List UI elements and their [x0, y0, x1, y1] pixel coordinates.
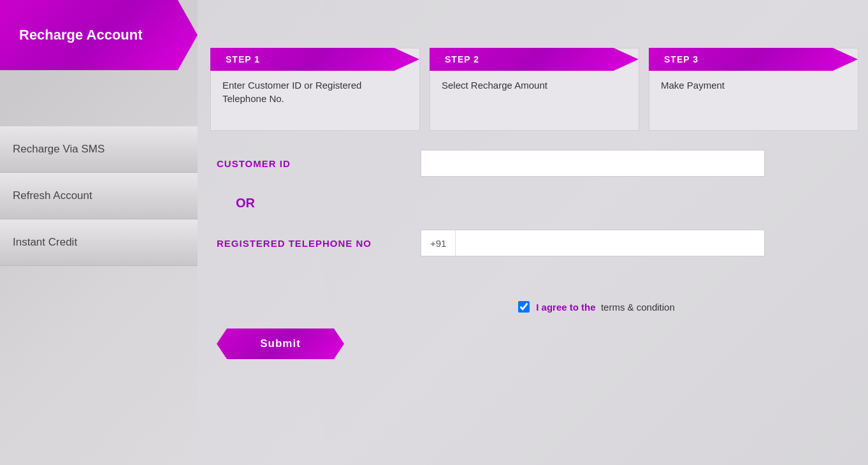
step2-badge: STEP 2: [430, 48, 639, 71]
phone-input-wrapper: +91: [421, 230, 765, 256]
main-content: STEP 1 Enter Customer ID or Registered T…: [198, 0, 868, 465]
terms-checkbox[interactable]: [518, 301, 530, 313]
customer-id-row: CUSTOMER ID: [217, 150, 855, 177]
phone-label: REGISTERED TELEPHONE NO: [217, 238, 421, 249]
step1-badge: STEP 1: [210, 48, 419, 71]
form-section: CUSTOMER ID OR REGISTERED TELEPHONE NO +…: [198, 131, 868, 288]
sidebar-nav: Recharge Via SMS Refresh Account Instant…: [0, 126, 198, 266]
terms-label: I agree to the terms & condition: [536, 302, 675, 313]
submit-button[interactable]: Submit: [217, 328, 344, 359]
submit-area: Submit: [198, 328, 868, 359]
sidebar-item-refresh-account[interactable]: Refresh Account: [0, 173, 198, 219]
phone-row: REGISTERED TELEPHONE NO +91: [217, 230, 855, 256]
step3-badge: STEP 3: [649, 48, 858, 71]
step3-card: STEP 3 Make Payment: [649, 48, 858, 131]
step1-desc: Enter Customer ID or Registered Telephon…: [211, 71, 419, 113]
or-divider: OR: [217, 196, 855, 210]
step2-card: STEP 2 Select Recharge Amount: [430, 48, 639, 131]
phone-prefix: +91: [421, 230, 456, 256]
steps-row: STEP 1 Enter Customer ID or Registered T…: [210, 48, 868, 131]
terms-row: I agree to the terms & condition: [198, 301, 868, 313]
step2-desc: Select Recharge Amount: [430, 71, 639, 100]
customer-id-input[interactable]: [421, 150, 765, 177]
terms-link[interactable]: terms & condition: [601, 302, 675, 313]
agree-text: I agree to the: [536, 302, 595, 313]
step1-card: STEP 1 Enter Customer ID or Registered T…: [210, 48, 420, 131]
sidebar: Recharge Account Recharge Via SMS Refres…: [0, 0, 198, 465]
phone-input[interactable]: [456, 230, 764, 256]
sidebar-title: Recharge Account: [0, 0, 198, 70]
sidebar-item-recharge-via-sms[interactable]: Recharge Via SMS: [0, 126, 198, 173]
sidebar-item-instant-credit[interactable]: Instant Credit: [0, 219, 198, 266]
step3-desc: Make Payment: [649, 71, 858, 100]
customer-id-label: CUSTOMER ID: [217, 158, 421, 169]
